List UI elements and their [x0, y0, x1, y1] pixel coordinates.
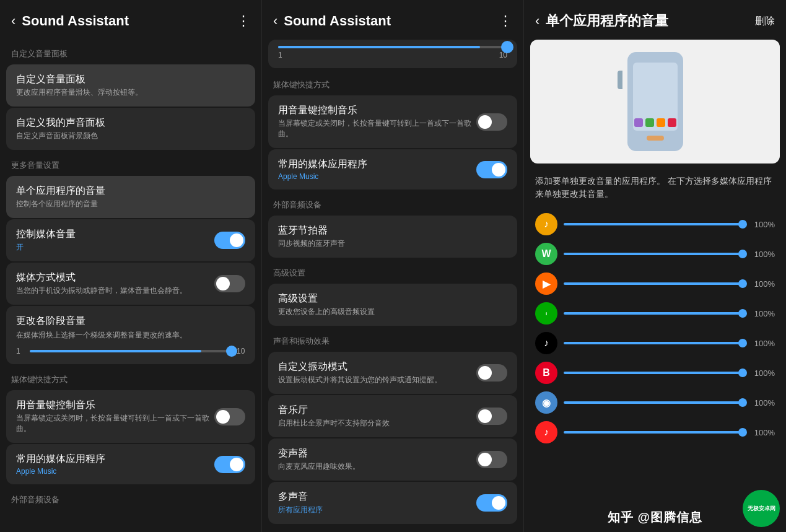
p2-toggle-voice-changer-switch[interactable] [476, 451, 507, 468]
app-volume-row[interactable]: ♪100% [524, 209, 786, 239]
p2-toggle-vibration-switch[interactable] [476, 364, 507, 382]
p2-toggle-multi-sound[interactable]: 多声音 所有应用程序 [268, 482, 517, 524]
app-slider-track[interactable] [564, 253, 743, 255]
app-slider-track[interactable] [564, 312, 743, 315]
p2-toggle-concert-switch[interactable] [476, 408, 507, 425]
app-volume-row[interactable]: i100% [524, 299, 786, 328]
media-mode-title: 媒体方式模式 [16, 271, 214, 284]
p2-menu-bluetooth[interactable]: 蓝牙节拍器 同步视频的蓝牙声音 [268, 216, 517, 258]
app-slider-thumb[interactable] [738, 279, 747, 288]
p2-multi-sound-title: 多声音 [278, 491, 476, 504]
toggle-common-app-switch[interactable] [214, 456, 245, 473]
app-slider-track[interactable] [564, 223, 743, 225]
more-icon-2[interactable]: ⋮ [499, 13, 512, 29]
app-volume-row[interactable]: ▶100% [524, 269, 786, 299]
app-icon: W [535, 243, 557, 265]
toggle-volume-key-switch[interactable] [214, 408, 245, 425]
app-slider-thumb[interactable] [738, 368, 747, 377]
app-slider-thumb[interactable] [738, 309, 747, 318]
panel1-header: ‹ Sound Assistant ⋮ [0, 0, 261, 40]
slider-change-volume: 更改各阶段音量 在媒体滑块上选择一个梯级来调整音量更改的速率。 1 10 [6, 306, 255, 364]
top-slider-section: 1 10 [268, 40, 517, 68]
toggle-media-mode-switch[interactable] [214, 275, 245, 292]
p2-toggle-common-app-switch[interactable] [476, 161, 507, 178]
customize-sound-title: 自定义我的声音面板 [16, 116, 245, 129]
p2-toggle-vibration[interactable]: 自定义振动模式 设置振动模式并将其设置为您的铃声或通知提醒。 [268, 352, 517, 394]
app-percent: 100% [749, 250, 775, 259]
panel2-title: Sound Assistant [284, 13, 499, 29]
toggle-volume-key[interactable]: 用音量键控制音乐 当屏幕锁定或关闭时，长按音量键可转到上一首或下一首歌曲。 [6, 390, 255, 443]
toggle-control-media-switch[interactable] [214, 232, 245, 249]
back-icon-1[interactable]: ‹ [11, 13, 15, 29]
app-volume-row[interactable]: ♪100% [524, 417, 786, 447]
app-slider-track[interactable] [564, 431, 743, 434]
app-slider-thumb[interactable] [738, 339, 747, 347]
control-media-title: 控制媒体音量 [16, 228, 214, 241]
back-icon-2[interactable]: ‹ [273, 13, 277, 29]
common-app-sub: Apple Music [16, 467, 214, 476]
watermark-logo: 无极安卓网 [743, 490, 780, 527]
p2-section-media-shortcut: 媒体键快捷方式 [262, 71, 523, 94]
p2-common-app-title: 常用的媒体应用程序 [278, 158, 476, 171]
watermark-text: 知乎 @图腾信息 [608, 509, 702, 526]
app-slider-track[interactable] [564, 282, 743, 285]
app-icon: ♪ [535, 421, 557, 443]
delete-button[interactable]: 删除 [755, 15, 775, 28]
app-slider-track[interactable] [564, 372, 743, 374]
p2-toggle-volume-key[interactable]: 用音量键控制音乐 当屏幕锁定或关闭时，长按音量键可转到上一首或下一首歌曲。 [268, 95, 517, 148]
toggle-media-mode[interactable]: 媒体方式模式 当您的手机设为振动或静音时，媒体音量也会静音。 [6, 263, 255, 305]
back-icon-3[interactable]: ‹ [535, 13, 539, 29]
app-volume-row[interactable]: B100% [524, 358, 786, 388]
app-icon: i [535, 302, 557, 325]
panel2-scroll: 1 10 媒体键快捷方式 用音量键控制音乐 当屏幕锁定或关闭时，长按音量键可转到… [262, 40, 523, 532]
app-volume-row[interactable]: ◉100% [524, 388, 786, 417]
app-slider-thumb[interactable] [738, 250, 747, 258]
p2-toggle-concert[interactable]: 音乐厅 启用杜比全景声时不支持部分音效 [268, 395, 517, 437]
slider-thumb[interactable] [226, 346, 237, 357]
p2-menu-advanced[interactable]: 高级设置 更改您设备上的高级音频设置 [268, 284, 517, 326]
top-slider-track[interactable] [278, 46, 507, 48]
panel1-title: Sound Assistant [22, 13, 237, 29]
p2-section-ext-audio: 外部音频设备 [262, 191, 523, 214]
panel-right: ‹ 单个应用程序的音量 删除 [524, 0, 786, 532]
customize-volume-sub: 更改应用程序音量滑块、浮动按钮等。 [16, 87, 245, 98]
app-slider-thumb[interactable] [738, 220, 747, 229]
p2-toggle-multi-sound-switch[interactable] [476, 494, 507, 512]
desc-text: 添加要单独更改音量的应用程序。 在下方选择多媒体应用程序来单独更改其音量。 [524, 170, 786, 209]
app-volume-row[interactable]: W100% [524, 239, 786, 269]
app-volume-row[interactable]: ♪100% [524, 328, 786, 358]
more-icon-1[interactable]: ⋮ [237, 13, 250, 29]
p2-toggle-voice-changer[interactable]: 变声器 向麦克风应用趣味效果。 [268, 438, 517, 481]
menu-item-customize-sound[interactable]: 自定义我的声音面板 自定义声音面板背景颜色 [6, 108, 255, 150]
p2-toggle-volume-key-switch[interactable] [476, 113, 507, 131]
top-slider-thumb[interactable] [501, 41, 513, 53]
media-mode-sub: 当您的手机设为振动或静音时，媒体音量也会静音。 [16, 286, 214, 296]
app-slider-track[interactable] [564, 342, 743, 344]
panel3-content: 添加要单独更改音量的应用程序。 在下方选择多媒体应用程序来单独更改其音量。 ♪1… [524, 40, 786, 532]
p2-toggle-voice-changer-content: 变声器 向麦克风应用趣味效果。 [278, 447, 476, 472]
toggle-control-media[interactable]: 控制媒体音量 开 [6, 219, 255, 261]
top-slider-labels: 1 10 [278, 51, 507, 59]
icon-orange [657, 118, 665, 127]
toggle-control-media-content: 控制媒体音量 开 [16, 228, 214, 253]
p2-voice-changer-sub: 向麦克风应用趣味效果。 [278, 461, 476, 472]
p2-bluetooth-sub: 同步视频的蓝牙声音 [278, 238, 507, 249]
customize-volume-title: 自定义音量面板 [16, 73, 245, 86]
app-slider-thumb[interactable] [738, 398, 747, 407]
menu-item-single-app[interactable]: 单个应用程序的音量 控制各个应用程序的音量 [6, 176, 255, 218]
app-slider-track[interactable] [564, 401, 743, 404]
panel-left: ‹ Sound Assistant ⋮ 自定义音量面板 自定义音量面板 更改应用… [0, 0, 262, 532]
p2-section-advanced: 高级设置 [262, 259, 523, 282]
panel3-header: ‹ 单个应用程序的音量 删除 [524, 0, 786, 40]
menu-item-customize-volume[interactable]: 自定义音量面板 更改应用程序音量滑块、浮动按钮等。 [6, 64, 255, 107]
p2-toggle-common-app[interactable]: 常用的媒体应用程序 Apple Music [268, 149, 517, 190]
slider-fill [30, 350, 201, 352]
p2-common-app-sub: Apple Music [278, 172, 476, 181]
slider-track[interactable] [30, 350, 232, 352]
toggle-common-app[interactable]: 常用的媒体应用程序 Apple Music [6, 444, 255, 484]
app-slider-thumb[interactable] [738, 428, 747, 437]
phone-screen [633, 63, 678, 131]
slider-max: 10 [237, 347, 245, 355]
top-slider-fill [278, 46, 480, 48]
toggle-common-app-content: 常用的媒体应用程序 Apple Music [16, 453, 214, 476]
